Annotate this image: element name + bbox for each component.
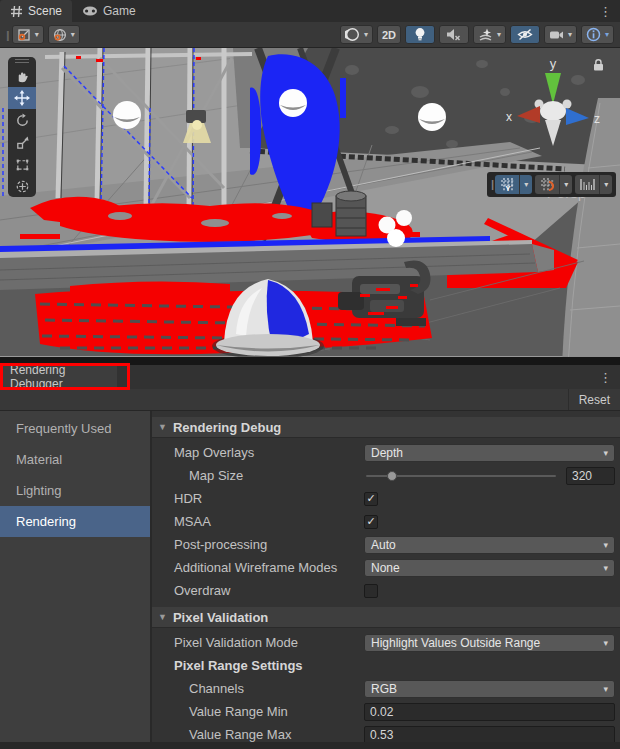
2d-label: 2D: [382, 29, 396, 41]
overlay-info-button[interactable]: ▾: [581, 25, 614, 44]
pivot-icon: [17, 28, 31, 42]
orientation-gizmo[interactable]: y x z: [495, 56, 611, 152]
scale-icon: [15, 135, 30, 150]
hdr-checkbox[interactable]: ✓: [364, 492, 378, 506]
tab-scene-label: Scene: [28, 4, 62, 18]
draw-mode-button[interactable]: ▾: [340, 25, 373, 44]
effects-sparkle-icon: [478, 28, 493, 42]
speaker-muted-icon: [446, 28, 461, 41]
section-pixel-validation[interactable]: ▼ Pixel Validation: [152, 607, 620, 628]
row-channels: Channels RGB ▾: [152, 677, 620, 700]
grid-axis-dropdown[interactable]: ▾: [519, 175, 532, 194]
eye-slash-icon: [517, 28, 533, 41]
tab-scene[interactable]: Scene: [0, 0, 72, 22]
transform-icon: [15, 179, 30, 194]
value-range-min-field[interactable]: [364, 703, 615, 721]
increment-snap-button[interactable]: [575, 175, 599, 194]
map-size-field[interactable]: [566, 467, 615, 485]
scene-visibility-toggle[interactable]: [510, 25, 540, 44]
scene-viewport[interactable]: y x z < Persp || Y ▾: [0, 48, 620, 365]
gizmo-y-label: y: [550, 56, 557, 71]
gizmo-down-cone[interactable]: [545, 120, 561, 146]
tool-handle-rotation-button[interactable]: ▾: [48, 25, 80, 44]
sidebar-item-rendering[interactable]: Rendering: [0, 506, 150, 537]
slider-thumb[interactable]: [387, 471, 397, 481]
row-overdraw: Overdraw: [152, 579, 620, 602]
camera-icon: [549, 29, 564, 41]
tab-game[interactable]: Game: [72, 0, 146, 22]
sidebar-item-lighting[interactable]: Lighting: [0, 475, 150, 506]
section-rendering-debug[interactable]: ▼ Rendering Debug: [152, 417, 620, 438]
map-size-slider[interactable]: [364, 467, 558, 485]
debugger-body: Frequently Used Material Lighting Render…: [0, 411, 620, 749]
row-map-size: Map Size: [152, 464, 620, 487]
debugger-tabbar: Rendering Debugger ⋮: [0, 365, 620, 389]
row-hdr: HDR ✓: [152, 487, 620, 510]
toolbar-drag-handle[interactable]: ||: [6, 29, 8, 41]
gizmo-y-cone[interactable]: [545, 73, 561, 104]
debugger-menu-icon[interactable]: ⋮: [591, 365, 620, 389]
msaa-checkbox[interactable]: ✓: [364, 515, 378, 529]
globe-icon: [53, 28, 67, 42]
grid-snap-icon: [540, 177, 555, 192]
debugger-title: Rendering Debugger: [10, 363, 117, 391]
overdraw-checkbox[interactable]: [364, 584, 378, 598]
hand-icon: [15, 69, 30, 84]
debugger-tab[interactable]: Rendering Debugger: [2, 365, 117, 389]
tabbar-spacer: [146, 0, 591, 22]
row-post-processing: Post-processing Auto ▾: [152, 533, 620, 556]
reset-button[interactable]: Reset: [568, 389, 620, 410]
map-overlays-dropdown[interactable]: Depth ▾: [364, 444, 615, 462]
increment-snap-dropdown[interactable]: ▾: [599, 175, 612, 194]
gizmo-z-label: z: [594, 112, 600, 126]
debugger-toolbar: Reset: [0, 389, 620, 411]
tool-palette: [8, 57, 36, 197]
check-icon: ✓: [366, 493, 375, 504]
dropdown-arrow-icon: ▾: [603, 638, 608, 648]
value-range-max-field[interactable]: [364, 726, 615, 744]
hand-tool-button[interactable]: [8, 65, 36, 87]
grid-y-icon: Y: [500, 177, 515, 192]
audio-mute-toggle[interactable]: [439, 25, 469, 44]
grid-snap-dropdown[interactable]: ▾: [559, 175, 572, 194]
check-icon: ✓: [366, 516, 375, 527]
row-value-range-min: Value Range Min: [152, 700, 620, 723]
sidebar-item-material[interactable]: Material: [0, 444, 150, 475]
effects-menu-button[interactable]: ▾: [473, 25, 506, 44]
wireframe-modes-dropdown[interactable]: None ▾: [364, 559, 615, 577]
grid-snap-button[interactable]: [535, 175, 559, 194]
channels-dropdown[interactable]: RGB ▾: [364, 680, 615, 698]
palette-drag-handle[interactable]: [8, 57, 36, 65]
move-tool-button[interactable]: [8, 87, 36, 109]
transform-tool-button[interactable]: [8, 175, 36, 197]
game-controller-icon: [82, 5, 98, 17]
rect-icon: [15, 157, 30, 172]
ruler-icon: [580, 178, 595, 191]
gizmo-lock-icon[interactable]: [594, 60, 603, 71]
view-tabbar: Scene Game ⋮: [0, 0, 620, 22]
gizmo-z-cone[interactable]: [566, 108, 589, 125]
scene-toolbar: || ▾ ▾ ▾ 2D: [0, 22, 620, 48]
scene-menu-icon[interactable]: ⋮: [591, 0, 620, 22]
pixel-validation-mode-dropdown[interactable]: Highlight Values Outside Range ▾: [364, 634, 615, 652]
gizmo-x-cone[interactable]: [517, 106, 540, 123]
sidebar-item-frequently-used[interactable]: Frequently Used: [0, 413, 150, 444]
snapbar-drag-handle[interactable]: ||: [491, 179, 492, 190]
tool-handle-position-button[interactable]: ▾: [12, 25, 44, 44]
lightbulb-icon: [414, 27, 426, 42]
scene-lighting-toggle[interactable]: [405, 25, 435, 44]
move-icon: [14, 90, 30, 106]
shaded-sphere-icon: [345, 27, 360, 42]
camera-settings-button[interactable]: ▾: [544, 25, 577, 44]
rotate-tool-button[interactable]: [8, 109, 36, 131]
dropdown-arrow-icon: ▾: [35, 30, 39, 39]
info-icon: [586, 27, 601, 42]
scale-tool-button[interactable]: [8, 131, 36, 153]
foldout-icon: ▼: [158, 422, 167, 432]
2d-toggle-button[interactable]: 2D: [377, 25, 401, 44]
rotate-icon: [15, 113, 30, 128]
rect-tool-button[interactable]: [8, 153, 36, 175]
scene-grid-icon: [10, 5, 23, 18]
post-processing-dropdown[interactable]: Auto ▾: [364, 536, 615, 554]
grid-axis-button[interactable]: Y: [495, 175, 519, 194]
